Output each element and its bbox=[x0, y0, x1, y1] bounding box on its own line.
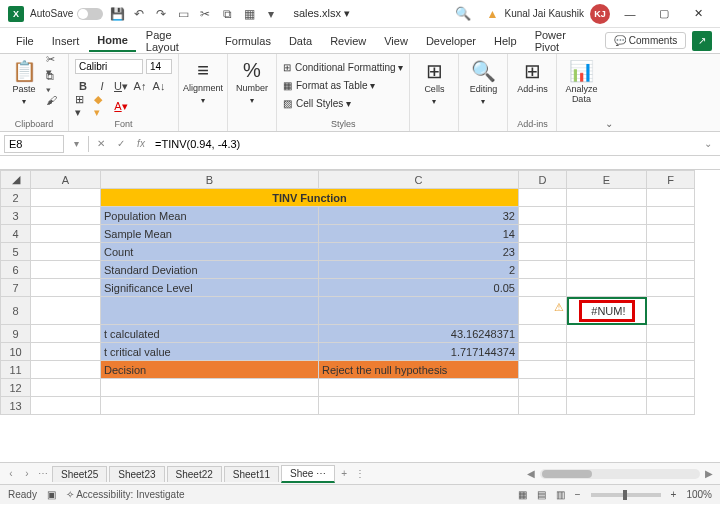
tab-review[interactable]: Review bbox=[322, 31, 374, 51]
tab-developer[interactable]: Developer bbox=[418, 31, 484, 51]
tab-insert[interactable]: Insert bbox=[44, 31, 88, 51]
col-header-f[interactable]: F bbox=[647, 171, 695, 189]
col-header-d[interactable]: D bbox=[519, 171, 567, 189]
decrease-font-button[interactable]: A↓ bbox=[151, 78, 167, 94]
warning-icon[interactable]: ▲ bbox=[487, 7, 499, 21]
sheet-tab-active[interactable]: Shee ⋯ bbox=[281, 465, 335, 483]
toggle-off-icon[interactable] bbox=[77, 8, 103, 20]
row-header[interactable]: 2 bbox=[1, 189, 31, 207]
font-name-select[interactable] bbox=[75, 59, 143, 74]
fx-button[interactable]: fx bbox=[133, 136, 149, 152]
expand-formula-button[interactable]: ⌄ bbox=[700, 138, 716, 149]
undo-icon[interactable]: ↶ bbox=[131, 6, 147, 22]
conditional-formatting-button[interactable]: ⊞ Conditional Formatting ▾ bbox=[283, 61, 403, 74]
zoom-slider[interactable] bbox=[591, 493, 661, 497]
qat-more-icon[interactable]: ▾ bbox=[263, 6, 279, 22]
comments-button[interactable]: 💬 Comments bbox=[605, 32, 686, 49]
maximize-button[interactable]: ▢ bbox=[650, 4, 678, 24]
share-button[interactable]: ↗ bbox=[692, 31, 712, 51]
alignment-button[interactable]: ≡Alignment▾ bbox=[185, 57, 221, 105]
macro-record-icon[interactable]: ▣ bbox=[47, 489, 56, 500]
col-header-b[interactable]: B bbox=[101, 171, 319, 189]
row-header[interactable]: 11 bbox=[1, 361, 31, 379]
cell-e8-selected[interactable]: #NUM! bbox=[567, 297, 647, 325]
cell-title[interactable]: TINV Function bbox=[101, 189, 519, 207]
cells-button[interactable]: ⊞Cells▾ bbox=[416, 57, 452, 106]
increase-font-button[interactable]: A↑ bbox=[132, 78, 148, 94]
tab-home[interactable]: Home bbox=[89, 30, 136, 52]
sheet-nav-more[interactable]: ⋯ bbox=[36, 468, 50, 479]
tab-data[interactable]: Data bbox=[281, 31, 320, 51]
namebox-dropdown[interactable]: ▾ bbox=[68, 136, 84, 152]
row-header[interactable]: 9 bbox=[1, 325, 31, 343]
sheet-tab[interactable]: Sheet23 bbox=[109, 466, 164, 482]
col-header-a[interactable]: A bbox=[31, 171, 101, 189]
format-table-button[interactable]: ▦ Format as Table ▾ bbox=[283, 79, 403, 92]
format-painter-button[interactable]: 🖌 bbox=[46, 93, 62, 107]
cell[interactable]: t critical value bbox=[101, 343, 319, 361]
font-color-button[interactable]: A ▾ bbox=[113, 98, 129, 114]
cell[interactable]: Reject the null hypothesis bbox=[319, 361, 519, 379]
user-avatar[interactable]: KJ bbox=[590, 4, 610, 24]
horizontal-scrollbar[interactable] bbox=[540, 469, 700, 479]
cell[interactable]: 23 bbox=[319, 243, 519, 261]
cell[interactable]: Population Mean bbox=[101, 207, 319, 225]
bold-button[interactable]: B bbox=[75, 78, 91, 94]
close-button[interactable]: ✕ bbox=[684, 4, 712, 24]
cell[interactable] bbox=[101, 297, 319, 325]
zoom-in-button[interactable]: + bbox=[671, 489, 677, 500]
cell[interactable]: 43.16248371 bbox=[319, 325, 519, 343]
row-header[interactable]: 6 bbox=[1, 261, 31, 279]
underline-button[interactable]: U ▾ bbox=[113, 78, 129, 94]
cell[interactable]: Decision bbox=[101, 361, 319, 379]
row-header[interactable]: 5 bbox=[1, 243, 31, 261]
tab-page-layout[interactable]: Page Layout bbox=[138, 25, 215, 57]
hscroll-left[interactable]: ◀ bbox=[524, 468, 538, 479]
fill-color-button[interactable]: ◆ ▾ bbox=[94, 98, 110, 114]
cell[interactable]: Count bbox=[101, 243, 319, 261]
view-break-button[interactable]: ▥ bbox=[556, 489, 565, 500]
tab-formulas[interactable]: Formulas bbox=[217, 31, 279, 51]
minimize-button[interactable]: — bbox=[616, 4, 644, 24]
select-all-corner[interactable]: ◢ bbox=[1, 171, 31, 189]
cell[interactable] bbox=[319, 297, 519, 325]
cell[interactable]: Sample Mean bbox=[101, 225, 319, 243]
search-icon[interactable]: 🔍 bbox=[455, 6, 471, 21]
analyze-data-button[interactable]: 📊Analyze Data bbox=[563, 57, 599, 105]
italic-button[interactable]: I bbox=[94, 78, 110, 94]
sheet-tab[interactable]: Sheet25 bbox=[52, 466, 107, 482]
row-header[interactable]: 3 bbox=[1, 207, 31, 225]
row-header[interactable]: 12 bbox=[1, 379, 31, 397]
accessibility-status[interactable]: ✧ Accessibility: Investigate bbox=[66, 489, 185, 500]
zoom-level[interactable]: 100% bbox=[686, 489, 712, 500]
cell[interactable]: 1.717144374 bbox=[319, 343, 519, 361]
error-indicator-icon[interactable]: ⚠ bbox=[554, 301, 564, 314]
cell[interactable]: Significance Level bbox=[101, 279, 319, 297]
view-page-button[interactable]: ▤ bbox=[537, 489, 546, 500]
cell[interactable]: 32 bbox=[319, 207, 519, 225]
qat-icon-2[interactable]: ▦ bbox=[241, 6, 257, 22]
font-size-select[interactable] bbox=[146, 59, 172, 74]
sheet-nav-prev[interactable]: ‹ bbox=[4, 468, 18, 479]
number-button[interactable]: %Number▾ bbox=[234, 57, 270, 105]
save-icon[interactable]: 💾 bbox=[109, 6, 125, 22]
tab-view[interactable]: View bbox=[376, 31, 416, 51]
copy-button[interactable]: ⧉ ▾ bbox=[46, 76, 62, 90]
editing-button[interactable]: 🔍Editing▾ bbox=[465, 57, 501, 106]
row-header[interactable]: 10 bbox=[1, 343, 31, 361]
row-header[interactable]: 4 bbox=[1, 225, 31, 243]
addins-button[interactable]: ⊞Add-ins bbox=[514, 57, 550, 95]
cut-icon[interactable]: ✂ bbox=[197, 6, 213, 22]
zoom-out-button[interactable]: − bbox=[575, 489, 581, 500]
col-header-c[interactable]: C bbox=[319, 171, 519, 189]
tab-power-pivot[interactable]: Power Pivot bbox=[527, 25, 601, 57]
collapse-ribbon-button[interactable]: ⌄ bbox=[605, 118, 621, 129]
paste-button[interactable]: 📋Paste▾ bbox=[6, 57, 42, 106]
cell[interactable]: 2 bbox=[319, 261, 519, 279]
sheet-menu-button[interactable]: ⋮ bbox=[353, 468, 367, 479]
tab-file[interactable]: File bbox=[8, 31, 42, 51]
tab-help[interactable]: Help bbox=[486, 31, 525, 51]
new-sheet-button[interactable]: + bbox=[337, 468, 351, 479]
enter-formula-button[interactable]: ✓ bbox=[113, 136, 129, 152]
file-name[interactable]: sales.xlsx ▾ bbox=[293, 7, 350, 20]
